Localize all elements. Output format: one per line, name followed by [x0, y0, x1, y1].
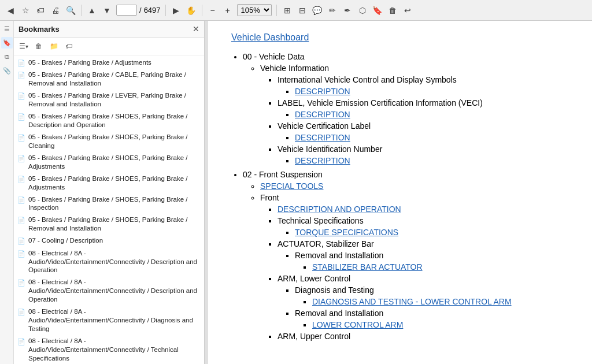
bm-item-icon: 📄: [17, 196, 25, 204]
list-item: LOWER CONTROL ARM: [312, 320, 569, 329]
content-body: 00 - Vehicle DataVehicle InformationInte…: [231, 52, 569, 341]
bookmarks-panel: Bookmarks ✕ ☰▾ 🗑 📁 🏷 📄05 - Brakes / Park…: [14, 21, 205, 364]
list-item: Vehicle InformationInternational Vehicle…: [260, 64, 569, 165]
bm-item-text: 05 - Brakes / Parking Brake / SHOES, Par…: [28, 216, 201, 233]
content-link[interactable]: DESCRIPTION: [295, 87, 350, 96]
list-item[interactable]: 📄05 - Brakes / Parking Brake / SHOES, Pa…: [14, 131, 204, 152]
bookmark-panel-icon[interactable]: 🔖: [1, 37, 13, 49]
comment-icon[interactable]: 💬: [312, 5, 323, 16]
bm-item-icon: 📄: [17, 175, 25, 183]
bm-tag-icon[interactable]: 🏷: [62, 40, 75, 53]
bm-item-text: 08 - Electrical / 8A - Audio/Video/Enter…: [28, 307, 201, 333]
list-item[interactable]: 📄08 - Electrical / 8A - Audio/Video/Ente…: [14, 276, 204, 306]
content-area: Vehicle Dashboard 00 - Vehicle DataVehic…: [208, 21, 592, 364]
bm-item-icon: 📄: [17, 308, 25, 316]
bm-item-text: 08 - Electrical / 8A - Audio/Video/Enter…: [28, 249, 201, 275]
content-label: Vehicle Certification Label: [278, 121, 371, 131]
hand-icon[interactable]: ✋: [186, 5, 197, 16]
bm-item-text: 08 - Electrical / 8A - Audio/Video/Enter…: [28, 278, 201, 304]
list-item[interactable]: 📄05 - Brakes / Parking Brake / SHOES, Pa…: [14, 173, 204, 194]
next-page-icon[interactable]: ▼: [101, 5, 113, 16]
content-label: ARM, Lower Control: [278, 274, 350, 283]
fit-width-icon[interactable]: ⊞: [282, 5, 293, 16]
content-label: International Vehicle Control and Displa…: [278, 75, 457, 84]
content-label: Removal and Installation: [295, 251, 383, 260]
list-item[interactable]: 📄07 - Cooling / Description: [14, 235, 204, 247]
bookmarks-title: Bookmarks: [18, 25, 60, 34]
page-input[interactable]: 1: [116, 5, 137, 16]
content-label: 02 - Front Suspension: [243, 170, 323, 179]
list-item[interactable]: 📄08 - Electrical / 8A - Audio/Video/Ente…: [14, 247, 204, 277]
columns-icon[interactable]: ⊟: [297, 5, 308, 16]
attach-icon[interactable]: 📎: [1, 65, 13, 76]
bm-folder-icon[interactable]: 📁: [47, 40, 60, 53]
content-link[interactable]: SPECIAL TOOLS: [260, 181, 323, 191]
sep3: [202, 5, 202, 16]
erase-icon[interactable]: 🗑: [387, 5, 398, 16]
sidebar-icons: ☰ 🔖 ⧉ 📎: [0, 21, 14, 364]
list-item: SPECIAL TOOLS: [260, 181, 569, 191]
content-link[interactable]: TORQUE SPECIFICATIONS: [295, 228, 398, 237]
back-icon[interactable]: ◀: [5, 5, 16, 16]
page-nav: 1 / 6497: [116, 5, 161, 16]
content-label: ACTUATOR, Stabilizer Bar: [278, 239, 374, 248]
prev-page-icon[interactable]: ▲: [86, 5, 98, 16]
sep1: [81, 5, 82, 16]
list-item: Vehicle Identification NumberDESCRIPTION: [278, 144, 569, 165]
list-item: LABEL, Vehicle Emission Certification In…: [278, 98, 569, 119]
bm-item-icon: 📄: [17, 59, 25, 67]
content-label: 00 - Vehicle Data: [243, 52, 305, 61]
content-label: ARM, Upper Control: [278, 332, 350, 341]
content-link[interactable]: LOWER CONTROL ARM: [312, 320, 403, 329]
list-item: DESCRIPTION: [295, 110, 569, 119]
list-item: DIAGNOSIS AND TESTING - LOWER CONTROL AR…: [312, 297, 569, 306]
zoom-out-icon[interactable]: −: [207, 5, 219, 16]
content-label: Vehicle Identification Number: [278, 144, 382, 154]
page-sep: /: [139, 6, 142, 14]
content-label: Diagnosis and Testing: [295, 285, 374, 295]
content-link[interactable]: DESCRIPTION: [295, 156, 350, 165]
bm-item-text: 05 - Brakes / Parking Brake / Adjustment…: [28, 58, 151, 67]
list-item[interactable]: 📄05 - Brakes / Parking Brake / LEVER, Pa…: [14, 90, 204, 110]
list-item[interactable]: 📄05 - Brakes / Parking Brake / Adjustmen…: [14, 57, 204, 69]
bm-item-text: 05 - Brakes / Parking Brake / SHOES, Par…: [28, 195, 201, 213]
bm-delete-icon[interactable]: 🗑: [32, 40, 45, 53]
list-item[interactable]: 📄05 - Brakes / Parking Brake / CABLE, Pa…: [14, 69, 204, 90]
list-item[interactable]: 📄05 - Brakes / Parking Brake / SHOES, Pa…: [14, 214, 204, 235]
list-item[interactable]: 📄08 - Electrical / 8A - Audio/Video/Ente…: [14, 335, 204, 364]
content-link[interactable]: DIAGNOSIS AND TESTING - LOWER CONTROL AR…: [312, 297, 512, 306]
bm-item-icon: 📄: [17, 113, 25, 121]
tag-icon[interactable]: 🏷: [35, 5, 46, 16]
undo-icon[interactable]: ↩: [402, 5, 413, 16]
cursor-icon[interactable]: ▶: [171, 5, 182, 16]
zoom-in-icon[interactable]: +: [222, 5, 234, 16]
main-area: ☰ 🔖 ⧉ 📎 Bookmarks ✕ ☰▾ 🗑 📁 🏷 📄05 - Brake…: [0, 21, 592, 364]
search-icon[interactable]: 🔍: [65, 5, 76, 16]
list-item[interactable]: 📄05 - Brakes / Parking Brake / SHOES, Pa…: [14, 110, 204, 131]
shapes-icon[interactable]: ⬡: [357, 5, 368, 16]
content-link[interactable]: STABILIZER BAR ACTUATOR: [312, 262, 423, 272]
page-thumb-icon[interactable]: ☰: [1, 23, 13, 35]
pencil-icon[interactable]: ✏: [327, 5, 338, 16]
list-item[interactable]: 📄05 - Brakes / Parking Brake / SHOES, Pa…: [14, 152, 204, 173]
list-item[interactable]: 📄08 - Electrical / 8A - Audio/Video/Ente…: [14, 306, 204, 335]
bm-item-text: 08 - Electrical / 8A - Audio/Video/Enter…: [28, 337, 201, 363]
print-icon[interactable]: 🖨: [50, 5, 61, 16]
content-link[interactable]: DESCRIPTION: [295, 133, 350, 142]
bm-item-icon: 📄: [17, 133, 25, 142]
highlight-icon[interactable]: ✒: [342, 5, 353, 16]
close-bookmarks-button[interactable]: ✕: [193, 24, 199, 34]
zoom-control: 50% 75% 100% 105% 125% 150% 200%: [237, 4, 272, 16]
doc-title[interactable]: Vehicle Dashboard: [231, 32, 569, 43]
bookmark-add-icon[interactable]: ☆: [20, 5, 31, 16]
zoom-select[interactable]: 50% 75% 100% 105% 125% 150% 200%: [237, 4, 272, 16]
page-total: 6497: [144, 6, 161, 14]
layers-icon[interactable]: ⧉: [1, 51, 13, 62]
content-link[interactable]: DESCRIPTION AND OPERATION: [278, 205, 401, 214]
list-item: DESCRIPTION: [295, 156, 569, 165]
stamp-icon[interactable]: 🔖: [372, 5, 383, 16]
list-item[interactable]: 📄05 - Brakes / Parking Brake / SHOES, Pa…: [14, 194, 204, 214]
content-link[interactable]: DESCRIPTION: [295, 110, 350, 119]
list-item: FrontDESCRIPTION AND OPERATIONTechnical …: [260, 193, 569, 341]
bm-list-icon[interactable]: ☰▾: [17, 40, 30, 53]
